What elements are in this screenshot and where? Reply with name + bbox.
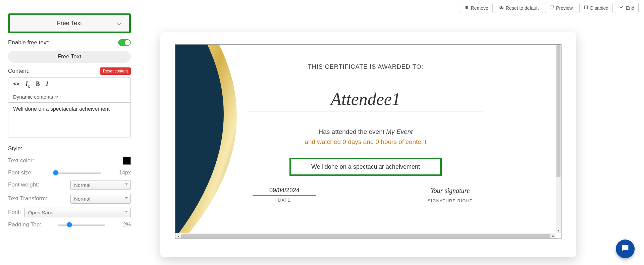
signature-label: SIGNATURE RIGHT [418,198,482,203]
check-icon [619,5,624,11]
padding-top-row: Padding Top: 2% [8,221,131,228]
editor-toolbar: <> Ix B I [8,78,130,91]
certificate-preview-frame: THIS CERTIFICATE IS AWARDED TO: Attendee… [175,44,561,239]
end-label: End [626,5,634,11]
font-size-row: Font size: 14px [8,169,131,176]
free-text-pill-button[interactable]: Free Text [8,51,131,63]
padding-top-value: 2% [116,222,131,228]
code-icon[interactable]: <> [13,81,19,88]
font-select[interactable]: Open Sans [24,208,131,217]
date-column: 09/04/2024 DATE [253,187,316,203]
square-icon [584,5,588,11]
text-transform-label: Text Transform: [8,195,47,202]
text-color-row: Text color: [8,157,131,165]
font-weight-row: Font weight: Normal [8,180,131,190]
scroll-right-arrow-icon[interactable]: ▸ [550,234,556,238]
reset-content-button[interactable]: Reset content [100,67,131,75]
text-transform-row: Text Transform: Normal [8,194,131,204]
attendee-name: Attendee1 [248,89,483,111]
clear-format-icon[interactable]: Ix [25,81,30,88]
dynamic-contents-dropdown[interactable]: Dynamic contents [8,91,130,103]
font-label: Font: [8,209,21,216]
date-label: DATE [253,198,316,203]
watched-line: and watched 0 days and 0 hours of conten… [196,138,536,146]
disabled-button[interactable]: Disabled [579,3,613,13]
style-label: Style: [8,145,131,152]
padding-top-label: Padding Top: [8,221,41,228]
enable-free-text-toggle[interactable] [118,39,131,46]
font-size-label: Font size: [8,169,33,176]
text-color-label: Text color: [8,157,34,164]
preview-panel: THIS CERTIFICATE IS AWARDED TO: Attendee… [160,32,576,257]
date-value: 09/04/2024 [253,187,316,196]
scroll-down-arrow-icon[interactable]: ▾ [556,228,561,233]
font-size-value: 14px [116,170,131,176]
event-name: My Event [386,128,413,135]
font-weight-select[interactable]: Normal [70,180,131,190]
bold-icon[interactable]: B [36,81,40,88]
preview-horizontal-scrollbar[interactable]: ◂ ▸ [175,233,556,238]
text-transform-select[interactable]: Normal [70,194,131,204]
attended-prefix: Has attended the event [319,128,386,135]
attended-line: Has attended the event My Event [196,128,536,136]
chat-fab-button[interactable] [616,240,635,258]
free-text-preview-box: Well done on a spectacular acheivement [289,158,442,176]
preview-label: Preview [556,5,573,11]
content-editor: <> Ix B I Dynamic contents [8,77,131,138]
chevron-down-icon [116,20,122,27]
chevron-down-icon [55,96,58,98]
scroll-left-arrow-icon[interactable]: ◂ [175,234,181,238]
preview-button[interactable]: Preview [545,3,577,13]
content-header: Content: Reset content [8,67,131,75]
upload-cloud-icon [499,5,504,11]
signature-value: Your signature [418,187,482,196]
font-size-slider[interactable] [54,170,101,175]
remove-button[interactable]: Remove [460,3,493,13]
horizontal-scroll-thumb[interactable] [181,234,550,238]
enable-free-text-row: Enable free text: [8,39,131,46]
section-title: Free Text [57,20,82,27]
signature-column: Your signature SIGNATURE RIGHT [418,187,482,203]
enable-free-text-label: Enable free text: [8,39,50,46]
trash-icon [464,5,469,11]
text-color-swatch[interactable] [123,157,131,165]
chat-icon [621,244,630,254]
content-label: Content: [8,68,30,74]
certificate-content: THIS CERTIFICATE IS AWARDED TO: Attendee… [175,45,556,233]
padding-top-slider[interactable] [58,222,105,227]
end-button[interactable]: End [615,3,639,13]
sidebar[interactable]: Free Text Enable free text: Free Text Co… [3,13,140,265]
disabled-label: Disabled [590,5,608,11]
awarded-to-line: THIS CERTIFICATE IS AWARDED TO: [196,63,536,70]
signature-row: 09/04/2024 DATE Your signature SIGNATURE… [253,187,482,203]
preview-vertical-scrollbar[interactable]: ▴ ▾ [556,45,561,233]
font-row: Font: Open Sans [8,208,131,217]
top-toolbar: Remove Reset to default Preview Disabled… [460,3,639,13]
free-text-section-header[interactable]: Free Text [8,13,131,33]
monitor-icon [549,5,554,11]
reset-default-label: Reset to default [506,5,539,11]
reset-default-button[interactable]: Reset to default [495,3,543,13]
content-textarea[interactable] [8,103,130,136]
vertical-scroll-thumb[interactable] [556,45,560,177]
font-weight-label: Font weight: [8,181,39,188]
remove-label: Remove [471,5,488,11]
dynamic-contents-label: Dynamic contents [13,94,53,100]
italic-icon[interactable]: I [46,81,48,88]
